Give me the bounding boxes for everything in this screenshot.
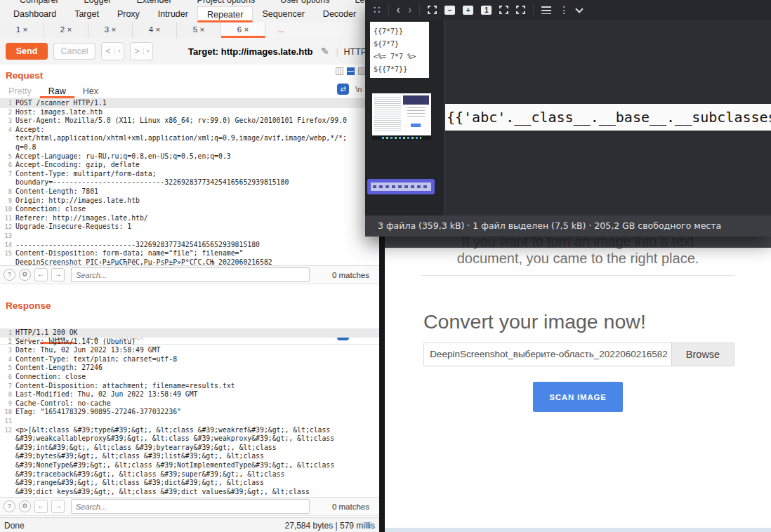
burp-module-tab[interactable]: Comparer [20, 0, 59, 5]
help-icon[interactable]: ? [4, 500, 15, 512]
burp-main-tab[interactable]: Repeater [197, 6, 253, 22]
code-line: 3Date: Thu, 02 Jun 2022 13:58:49 GMT [0, 346, 379, 355]
repeater-tab[interactable]: 4 × [133, 22, 177, 38]
history-forward-button[interactable]: > ▾ [130, 42, 153, 60]
code-line: 12<p>[&lt;class &#39;type&#39;&gt;, &lt;… [0, 426, 379, 435]
request-editor[interactable]: 1POST /scanner HTTP/1.1 2Host: images.la… [0, 99, 379, 265]
target-display: Target: http://images.late.htb ✎ | HTTP/… [188, 46, 374, 57]
code-line: boundary=---------------------------3226… [0, 178, 379, 187]
code-line: 5Content-Length: 27246 [0, 364, 379, 373]
help-icon[interactable]: ? [4, 269, 15, 281]
thumbnail-sidebar: {{7*7}}${7*7}<%= 7*7 %>${{7*7}} [365, 20, 444, 215]
tab-raw[interactable]: Raw [40, 85, 74, 98]
selected-text-image-thumbnail[interactable] [367, 179, 435, 194]
burp-module-tab[interactable]: Logger [84, 0, 112, 5]
thumb-burp-area [374, 95, 401, 133]
payload-line: ${{7*7}} [374, 63, 429, 76]
cancel-button[interactable]: Cancel [53, 43, 95, 60]
repeater-tab-row: 1 ×2 ×3 ×4 ×5 ×6 ×... [0, 22, 379, 39]
thumb-taskbar [372, 135, 431, 140]
forward-icon[interactable]: › [408, 5, 411, 15]
layout-rows-icon[interactable] [347, 67, 355, 75]
code-line: 9Cache-Control: no-cache [0, 399, 379, 408]
code-line: 10ETag: "1654178329.90895-27246-37703223… [0, 408, 379, 417]
repeater-tab[interactable]: 1 × [0, 22, 44, 38]
prev-match-icon[interactable]: ← [34, 500, 48, 513]
response-editor[interactable]: 1HTTP/1.1 200 OK 2Server: nginx/1.14.0 (… [0, 328, 379, 496]
payload-line: ${7*7} [374, 38, 429, 51]
code-line: &#39;dict_keys&#39;&gt;, &lt;class &#39;… [0, 488, 379, 496]
zoom-in-icon[interactable]: + [463, 6, 473, 15]
repeater-toolbar: Send Cancel < ▾ > ▾ Target: http://image… [0, 38, 379, 65]
scan-image-button[interactable]: SCAN IMAGE [533, 382, 623, 412]
list-view-icon[interactable] [541, 6, 551, 14]
prev-match-icon[interactable]: ← [34, 268, 48, 281]
code-line: 13 [0, 232, 379, 241]
burp-module-tab[interactable]: User options [280, 0, 329, 5]
ssti-payload-thumbnail[interactable]: {{7*7}}${7*7}<%= 7*7 %>${{7*7}} [370, 22, 429, 78]
repeater-tab[interactable]: 6 × [221, 22, 265, 38]
code-line: &#39;bytes&#39;&gt;, &lt;class &#39;list… [0, 452, 379, 461]
browse-button[interactable]: Browse [671, 343, 734, 366]
zoom-fit-icon[interactable] [428, 6, 437, 14]
response-search-input[interactable] [71, 499, 310, 514]
code-line: DeepinScreenshot_РІС‹Р±РµСЂРёС‚Рµ-РѕР±Р»… [0, 258, 379, 265]
request-search-input[interactable] [71, 267, 310, 282]
tab-pretty[interactable]: Pretty [0, 85, 40, 98]
send-button[interactable]: Send [6, 43, 48, 60]
next-match-icon[interactable]: → [51, 268, 65, 281]
repeater-tab[interactable]: ... [265, 22, 296, 38]
chevron-down-icon[interactable] [576, 5, 584, 13]
show-newlines-icon[interactable]: \n [355, 85, 362, 93]
burp-module-tab[interactable]: Project options [197, 0, 256, 5]
repeater-tab[interactable]: 3 × [88, 22, 133, 38]
code-line: 4Accept: [0, 126, 379, 135]
code-line: 15Content-Disposition: form-data; name="… [0, 249, 379, 258]
layout-columns-icon[interactable] [336, 67, 343, 75]
file-input[interactable]: DeepinScreenshot_выберите-область_202206… [423, 343, 734, 366]
chevron-down-icon[interactable]: ▾ [143, 48, 152, 54]
response-match-count: 0 matches [332, 503, 369, 511]
thumb-page-area [403, 95, 429, 133]
fullscreen-icon[interactable] [516, 6, 525, 14]
divider [421, 275, 734, 276]
status-bytes-time: 27,584 bytes | 579 millis [284, 521, 379, 531]
layout-toggle-group [336, 67, 366, 75]
chevron-down-icon[interactable]: ▾ [114, 48, 124, 54]
burp-module-tab[interactable]: Extender [137, 0, 172, 5]
code-line: 7Content-Disposition: attachment; filena… [0, 382, 379, 391]
burp-main-tab[interactable]: Sequencer [253, 6, 313, 22]
file-input-value: DeepinScreenshot_выберите-область_202206… [427, 343, 671, 366]
gear-icon[interactable]: ⚙ [19, 269, 31, 281]
zoom-100-icon[interactable]: 1 [481, 6, 492, 15]
kebab-menu-icon[interactable]: ⋮ [559, 5, 569, 15]
code-line: 6Accept-Encoding: gzip, deflate [0, 161, 379, 170]
burp-main-tab[interactable]: Target [65, 6, 108, 22]
tab-hex[interactable]: Hex [74, 85, 107, 98]
thumbnails-grid-icon[interactable]: ∷ [374, 5, 381, 15]
burp-main-tab[interactable]: Dashboard [4, 6, 65, 22]
burp-main-tab[interactable]: Decoder [314, 6, 365, 22]
code-line: 1HTTP/1.1 200 OK [0, 328, 379, 338]
burp-window: ComparerLoggerExtenderProject optionsUse… [0, 0, 379, 532]
fit-frame-icon[interactable] [499, 6, 508, 14]
repeater-tab[interactable]: 5 × [177, 22, 221, 38]
screenshot-thumbnail[interactable] [372, 93, 431, 140]
response-panel-title: Response [6, 299, 51, 312]
edit-pencil-icon[interactable]: ✎ [321, 46, 329, 57]
thumb-page-button [411, 124, 421, 127]
burp-main-tab[interactable]: Intruder [149, 6, 197, 22]
gear-icon[interactable]: ⚙ [19, 500, 31, 512]
burp-main-tab[interactable]: Proxy [108, 6, 149, 22]
repeater-tab[interactable]: 2 × [44, 22, 88, 38]
pretty-print-icon[interactable]: ⇄ [337, 84, 349, 95]
code-line: text/html,application/xhtml+xml,applicat… [0, 134, 379, 143]
burp-status-bar: Done 27,584 bytes | 579 millis [0, 517, 379, 532]
tagline-line2: document, you came to the right place. [385, 251, 771, 267]
back-icon[interactable]: ‹ [397, 5, 400, 15]
zoom-out-icon[interactable]: − [444, 6, 455, 15]
history-back-button[interactable]: < ▾ [101, 42, 124, 60]
code-line: 9Origin: http://images.late.htb [0, 197, 379, 206]
next-match-icon[interactable]: → [51, 500, 65, 513]
code-line: 12Upgrade-Insecure-Requests: 1 [0, 222, 379, 232]
